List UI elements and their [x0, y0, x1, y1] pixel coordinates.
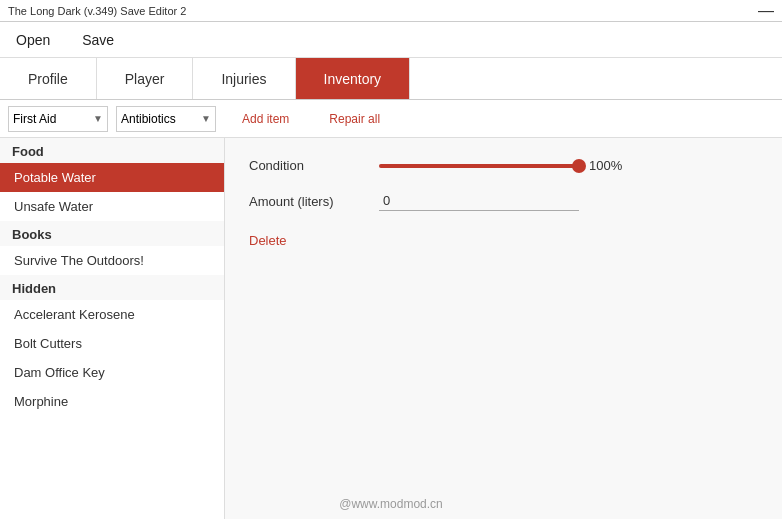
tab-bar: Profile Player Injuries Inventory [0, 58, 782, 100]
delete-button[interactable]: Delete [249, 229, 287, 252]
detail-panel: Condition 100% Amount (liters) Delete [225, 138, 782, 519]
tab-injuries[interactable]: Injuries [193, 58, 295, 99]
save-menu-item[interactable]: Save [74, 28, 122, 52]
condition-slider-track[interactable] [379, 164, 579, 168]
subcategory-arrow-icon: ▼ [201, 113, 211, 124]
subcategory-select[interactable]: Antibiotics ▼ [116, 106, 216, 132]
group-header-hidden: Hidden [0, 275, 224, 300]
list-item-potable-water[interactable]: Potable Water [0, 163, 224, 192]
close-button[interactable]: — [758, 2, 774, 20]
tab-player[interactable]: Player [97, 58, 194, 99]
main-content: Food Potable Water Unsafe Water Books Su… [0, 138, 782, 519]
subcategory-label: Antibiotics [121, 112, 176, 126]
list-item-morphine[interactable]: Morphine [0, 387, 224, 416]
condition-label: Condition [249, 158, 379, 173]
condition-slider-thumb[interactable] [572, 159, 586, 173]
list-item-survive-outdoors[interactable]: Survive The Outdoors! [0, 246, 224, 275]
footer-watermark: @www.modmod.cn [339, 497, 443, 511]
list-item-bolt-cutters[interactable]: Bolt Cutters [0, 329, 224, 358]
group-header-food: Food [0, 138, 224, 163]
app-title: The Long Dark (v.349) Save Editor 2 [8, 5, 186, 17]
group-header-books: Books [0, 221, 224, 246]
condition-slider-fill [379, 164, 579, 168]
category-arrow-icon: ▼ [93, 113, 103, 124]
list-item-unsafe-water[interactable]: Unsafe Water [0, 192, 224, 221]
list-item-accelerant-kerosene[interactable]: Accelerant Kerosene [0, 300, 224, 329]
amount-input[interactable] [379, 191, 579, 211]
list-panel: Food Potable Water Unsafe Water Books Su… [0, 138, 225, 519]
category-select[interactable]: First Aid ▼ [8, 106, 108, 132]
repair-all-button[interactable]: Repair all [315, 108, 394, 130]
tab-inventory[interactable]: Inventory [296, 58, 411, 99]
condition-slider-container: 100% [379, 158, 629, 173]
list-item-dam-office-key[interactable]: Dam Office Key [0, 358, 224, 387]
category-label: First Aid [13, 112, 56, 126]
condition-value: 100% [589, 158, 629, 173]
open-menu-item[interactable]: Open [8, 28, 58, 52]
amount-label: Amount (liters) [249, 194, 379, 209]
toolbar: First Aid ▼ Antibiotics ▼ Add item Repai… [0, 100, 782, 138]
amount-row: Amount (liters) [249, 191, 758, 211]
title-bar: The Long Dark (v.349) Save Editor 2 — [0, 0, 782, 22]
menu-bar: Open Save [0, 22, 782, 58]
add-item-button[interactable]: Add item [228, 108, 303, 130]
condition-row: Condition 100% [249, 158, 758, 173]
tab-profile[interactable]: Profile [0, 58, 97, 99]
